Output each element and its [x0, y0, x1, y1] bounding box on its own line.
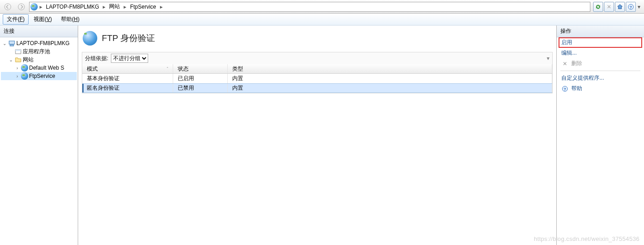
actions-separator — [560, 71, 640, 71]
breadcrumb-ftp[interactable]: FtpService — [128, 4, 158, 10]
connections-tree: ⌄ LAPTOP-FM8PLMKG 应用程序池 ⌄ 网站 › Default W… — [0, 37, 78, 245]
globe-icon — [21, 64, 28, 71]
tree-default-site[interactable]: › Default Web S — [1, 64, 77, 72]
breadcrumb-sites[interactable]: 网站 — [107, 3, 122, 10]
tree-app-pools[interactable]: 应用程序池 — [1, 47, 77, 56]
col-mode[interactable]: 模式ˆ — [82, 64, 173, 73]
menu-bar: 文件(F) 视图(V) 帮助(H) — [0, 14, 644, 26]
grid-header: 模式ˆ 状态 类型 — [82, 64, 552, 74]
tree-host[interactable]: ⌄ LAPTOP-FM8PLMKG — [1, 39, 77, 47]
cell-type: 内置 — [228, 74, 552, 83]
forward-button[interactable] — [15, 1, 27, 12]
action-enable[interactable]: 启用 — [559, 37, 642, 48]
svg-point-1 — [18, 4, 25, 10]
navigation-bar: ▸ LAPTOP-FM8PLMKG ▸ 网站 ▸ FtpService ▸ ✕ … — [0, 0, 644, 14]
help-icon[interactable]: ? — [626, 2, 636, 12]
home-icon[interactable] — [615, 2, 625, 12]
app-pool-icon — [15, 48, 22, 55]
tree-sites-label: 网站 — [23, 56, 34, 64]
delete-icon: ✕ — [561, 60, 569, 67]
cell-type: 内置 — [228, 84, 552, 92]
auth-grid: 模式ˆ 状态 类型 基本身份验证 已启用 内置 匿名身份验证 已禁用 内置 — [82, 64, 553, 93]
nav-right-icons: ✕ ? ▾ — [592, 2, 642, 12]
tree-sites[interactable]: ⌄ 网站 — [1, 56, 77, 64]
main-pane: FTP 身份验证 分组依据: 不进行分组 ▾ 模式ˆ 状态 类型 基本身份验证 … — [78, 26, 557, 245]
refresh-icon[interactable] — [593, 2, 603, 12]
group-by-select[interactable]: 不进行分组 — [111, 54, 148, 63]
ftp-auth-icon — [83, 31, 97, 46]
action-help[interactable]: ? 帮助 — [557, 83, 644, 94]
help-dropdown-icon[interactable]: ▾ — [637, 4, 641, 10]
cell-state: 已禁用 — [173, 84, 228, 92]
actions-pane: 操作 启用 编辑... ✕ 删除 自定义提供程序... ? 帮助 — [557, 26, 644, 245]
expand-icon[interactable]: ⌄ — [2, 41, 7, 46]
tree-app-pools-label: 应用程序池 — [23, 48, 50, 56]
tree-host-label: LAPTOP-FM8PLMKG — [16, 40, 70, 46]
col-type[interactable]: 类型 — [228, 64, 552, 73]
action-delete[interactable]: ✕ 删除 — [557, 58, 644, 69]
menu-file[interactable]: 文件(F) — [3, 14, 29, 25]
group-by-label: 分组依据: — [85, 55, 108, 62]
cell-state: 已启用 — [173, 74, 228, 83]
help-icon: ? — [561, 85, 569, 92]
expand-icon[interactable]: › — [15, 74, 20, 79]
grid-row-anonymous[interactable]: 匿名身份验证 已禁用 内置 — [82, 83, 552, 93]
svg-text:?: ? — [629, 5, 632, 9]
group-by-bar: 分组依据: 不进行分组 ▾ — [82, 52, 553, 64]
svg-rect-5 — [10, 45, 14, 46]
group-by-dropdown-icon[interactable]: ▾ — [547, 55, 549, 61]
stop-icon[interactable]: ✕ — [604, 2, 614, 12]
page-title-row: FTP 身份验证 — [82, 28, 553, 52]
svg-text:?: ? — [564, 87, 566, 91]
connections-pane: 连接 ⌄ LAPTOP-FM8PLMKG 应用程序池 ⌄ 网站 › Defaul… — [0, 26, 78, 245]
svg-rect-7 — [15, 50, 21, 51]
svg-point-0 — [5, 4, 11, 10]
address-bar[interactable]: ▸ LAPTOP-FM8PLMKG ▸ 网站 ▸ FtpService ▸ — [29, 2, 590, 12]
cell-mode: 基本身份验证 — [82, 74, 173, 83]
body: 连接 ⌄ LAPTOP-FM8PLMKG 应用程序池 ⌄ 网站 › Defaul… — [0, 26, 644, 245]
actions-header: 操作 — [557, 26, 644, 37]
server-icon — [8, 40, 15, 47]
tree-ftp-service[interactable]: › FtpService — [1, 72, 77, 80]
page-title: FTP 身份验证 — [102, 32, 155, 44]
grid-row-basic[interactable]: 基本身份验证 已启用 内置 — [82, 74, 552, 83]
svg-rect-4 — [9, 41, 15, 44]
menu-help[interactable]: 帮助(H) — [57, 14, 84, 25]
action-custom-providers[interactable]: 自定义提供程序... — [557, 73, 644, 83]
cell-mode: 匿名身份验证 — [82, 84, 173, 92]
expand-icon[interactable]: › — [15, 66, 20, 71]
breadcrumb-host[interactable]: LAPTOP-FM8PLMKG — [44, 4, 101, 10]
globe-icon — [21, 72, 28, 80]
col-state[interactable]: 状态 — [173, 64, 228, 73]
connections-header: 连接 — [0, 26, 78, 37]
breadcrumb-sep: ▸ — [39, 4, 43, 10]
back-button[interactable] — [2, 1, 14, 12]
tree-ftp-label: FtpService — [29, 73, 55, 79]
folder-icon — [15, 56, 22, 63]
menu-view[interactable]: 视图(V) — [30, 14, 56, 25]
tree-default-site-label: Default Web S — [29, 65, 64, 71]
action-edit[interactable]: 编辑... — [557, 48, 644, 58]
globe-icon — [30, 3, 38, 10]
expand-icon[interactable]: ⌄ — [8, 57, 14, 62]
